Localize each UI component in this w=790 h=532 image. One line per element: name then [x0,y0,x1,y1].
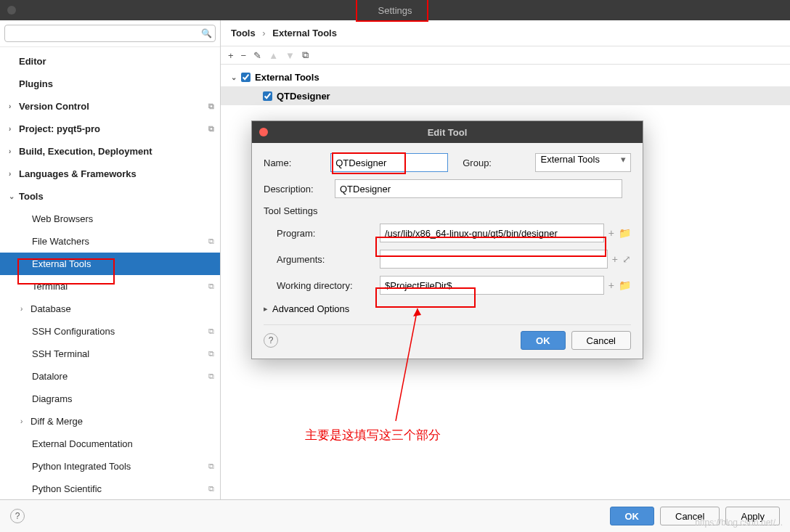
insert-macro-icon[interactable]: + [608,227,614,239]
sidebar-item-datalore[interactable]: Datalore⧉ [0,365,220,388]
program-input[interactable] [380,224,604,242]
dialog-titlebar: Edit Tool [252,121,643,143]
tools-child[interactable]: QTDesigner [221,86,790,105]
sidebar-item-diagrams[interactable]: Diagrams [0,388,220,410]
tools-child-checkbox[interactable] [263,91,272,101]
sidebar-item-terminal[interactable]: Terminal⧉ [0,275,220,298]
copy-icon: ⧉ [208,124,214,134]
copy-icon: ⧉ [208,484,214,494]
copy-icon: ⧉ [208,372,214,381]
down-icon[interactable]: ▼ [285,50,295,61]
insert-macro-icon[interactable]: + [608,279,614,291]
dialog-title: Edit Tool [428,127,468,138]
desc-input[interactable] [335,179,622,198]
search-wrap: 🔍 [0,20,220,47]
sidebar-item-project[interactable]: ›Project: pyqt5-pro⧉ [0,118,220,140]
args-input[interactable] [380,250,608,269]
desc-label: Description: [264,184,335,195]
args-label: Arguments: [264,254,380,265]
settings-ok-button[interactable]: OK [610,507,655,525]
search-icon: 🔍 [201,28,212,38]
remove-icon[interactable]: − [241,50,247,61]
sidebar-item-editor[interactable]: Editor [0,50,220,73]
sidebar-item-ext-doc[interactable]: External Documentation [0,433,220,455]
copy-icon: ⧉ [208,282,214,291]
sidebar-item-database[interactable]: ›Database [0,298,220,320]
copy-icon: ⧉ [208,462,214,471]
group-label: Group: [463,157,529,168]
titlebar: Settings [0,0,790,20]
help-button[interactable]: ? [264,333,278,348]
sidebar-item-languages[interactable]: ›Languages & Frameworks [0,163,220,185]
name-input[interactable] [330,153,448,172]
window-close-dot[interactable] [7,6,16,15]
breadcrumb: Tools › External Tools [221,20,790,46]
group-select[interactable]: External Tools [535,153,631,172]
program-label: Program: [264,228,380,239]
add-icon[interactable]: + [228,50,234,61]
advanced-label: Advanced Options [272,303,349,314]
copy-icon[interactable]: ⧉ [302,49,309,61]
window-title: Settings [378,5,412,16]
chevron-right-icon: › [262,28,265,38]
dialog-cancel-button[interactable]: Cancel [571,331,631,350]
insert-macro-icon[interactable]: + [612,253,618,265]
sidebar-item-web-browsers[interactable]: Web Browsers [0,208,220,230]
sidebar-item-ssh-terminal[interactable]: SSH Terminal⧉ [0,343,220,365]
tools-root-checkbox[interactable] [241,73,251,82]
sidebar-item-ssh-config[interactable]: SSH Configurations⧉ [0,320,220,343]
sidebar-item-file-watchers[interactable]: File Watchers⧉ [0,230,220,253]
settings-help-button[interactable]: ? [10,509,25,523]
expand-icon[interactable]: ⤢ [622,253,631,265]
chevron-right-icon: ▸ [264,304,268,314]
browse-folder-icon[interactable]: 📁 [619,227,631,239]
tools-root-label: External Tools [255,72,319,83]
breadcrumb-b: External Tools [272,28,337,38]
sidebar: 🔍 Editor Plugins ›Version Control⧉ ›Proj… [0,20,221,499]
copy-icon: ⧉ [208,102,214,111]
browse-folder-icon[interactable]: 📁 [619,279,631,291]
sidebar-item-external-tools[interactable]: External Tools [0,253,220,275]
watermark: https://blog.csdn.net/... [695,517,783,528]
toolbar: + − ✎ ▲ ▼ ⧉ [221,46,790,65]
annotation-text: 主要是这填写这三个部分 [305,427,441,443]
wd-input[interactable] [380,276,604,295]
breadcrumb-a[interactable]: Tools [231,28,256,38]
up-icon[interactable]: ▲ [269,50,278,61]
sidebar-item-diff-merge[interactable]: ›Diff & Merge [0,410,220,433]
tools-child-label: QTDesigner [277,91,330,102]
tool-settings-label: Tool Settings [264,205,631,216]
search-input[interactable] [4,25,216,42]
sidebar-item-version-control[interactable]: ›Version Control⧉ [0,95,220,118]
tools-tree: ⌄ External Tools QTDesigner [221,65,790,108]
sidebar-item-tools[interactable]: ⌄Tools [0,185,220,208]
dialog-close-dot[interactable] [259,128,268,136]
copy-icon: ⧉ [208,327,214,336]
name-label: Name: [264,157,330,168]
sidebar-item-plugins[interactable]: Plugins [0,73,220,95]
sidebar-tree: Editor Plugins ›Version Control⧉ ›Projec… [0,47,220,499]
sidebar-item-python-tools[interactable]: Python Integrated Tools⧉ [0,455,220,478]
group-value: External Tools [540,154,599,165]
sidebar-item-python-scientific[interactable]: Python Scientific⧉ [0,478,220,499]
tools-root[interactable]: ⌄ External Tools [221,67,790,86]
edit-icon[interactable]: ✎ [253,50,261,61]
copy-icon: ⧉ [208,349,214,359]
sidebar-item-build[interactable]: ›Build, Execution, Deployment [0,140,220,163]
edit-tool-dialog: Edit Tool Name: Group: External Tools De… [251,120,643,359]
copy-icon: ⧉ [208,237,214,246]
bottom-bar: ? OK Cancel Apply [0,499,790,532]
advanced-options[interactable]: ▸ Advanced Options [264,303,631,314]
wd-label: Working directory: [264,280,380,291]
chevron-down-icon: ⌄ [231,73,237,81]
dialog-ok-button[interactable]: OK [521,331,566,350]
